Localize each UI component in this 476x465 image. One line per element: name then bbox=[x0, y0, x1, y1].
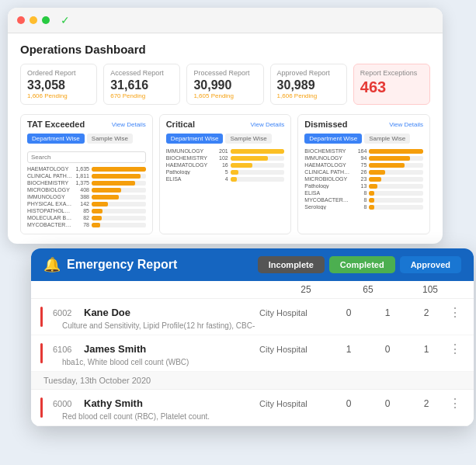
bar-item: Pathology 5 bbox=[166, 169, 285, 175]
tab-completed[interactable]: Completed bbox=[329, 256, 395, 273]
dismissed-panel: Dismissed View Details Department Wise S… bbox=[297, 114, 430, 234]
stat-accessed-value: 31,616 bbox=[110, 78, 173, 92]
count-incomplete: 25 bbox=[275, 284, 337, 295]
count-completed: 65 bbox=[337, 284, 399, 295]
stat-processed-pending: 1,605 Pending bbox=[193, 92, 256, 99]
patient-count-c1-3: 0 bbox=[368, 398, 407, 409]
patient-top-1: 6002 Kane Doe City Hospital 0 1 2 ⋮ bbox=[53, 305, 461, 320]
bar-item: Pathology 13 bbox=[304, 183, 423, 189]
bar-item: BIOCHEMISTRY 102 bbox=[166, 155, 285, 161]
patient-tests-2: hba1c, White blood cell count (WBC) bbox=[62, 358, 461, 366]
bar-item: ELISA 8 bbox=[304, 190, 423, 196]
tat-tabs: Department Wise Sample Wise bbox=[27, 134, 146, 144]
status-tabs: Incomplete Completed Approved bbox=[258, 256, 461, 273]
stat-approved: Approved Report 30,989 1,606 Pending bbox=[270, 64, 347, 105]
patient-hospital-3: City Hospital bbox=[259, 399, 329, 408]
dismissed-tab-dept[interactable]: Department Wise bbox=[304, 134, 362, 144]
stat-approved-label: Approved Report bbox=[277, 69, 340, 77]
title-bar: ✓ bbox=[8, 8, 443, 33]
tab-incomplete[interactable]: Incomplete bbox=[258, 256, 325, 273]
critical-panel: Critical View Details Department Wise Sa… bbox=[159, 114, 292, 234]
more-options-icon-1[interactable]: ⋮ bbox=[449, 305, 461, 320]
patient-hospital-2: City Hospital bbox=[259, 345, 329, 354]
bar-item: MICROBIOLOGY 408 bbox=[27, 187, 146, 193]
patient-row: 6000 Kathy Smith City Hospital 0 0 2 ⋮ R… bbox=[31, 390, 474, 426]
bar-item: ELISA 4 bbox=[166, 176, 285, 182]
checkmark-icon: ✓ bbox=[61, 14, 70, 26]
dismissed-tab-sample[interactable]: Sample Wise bbox=[364, 134, 410, 144]
patient-id-3: 6000 bbox=[53, 399, 84, 408]
stat-processed-label: Processed Report bbox=[193, 69, 256, 77]
stat-processed: Processed Report 30,990 1,605 Pending bbox=[186, 64, 263, 105]
minimize-dot[interactable] bbox=[30, 16, 37, 24]
tat-panel: TAT Exceeded View Details Department Wis… bbox=[20, 114, 153, 234]
stat-accessed-pending: 670 Pending bbox=[110, 92, 173, 99]
critical-tab-dept[interactable]: Department Wise bbox=[166, 134, 224, 144]
bar-item: MYCOBACTERIOL... 8 bbox=[304, 197, 423, 203]
count-row: 25 65 105 bbox=[31, 281, 474, 299]
patient-name-2: James Smith bbox=[84, 343, 259, 355]
patient-top-3: 6000 Kathy Smith City Hospital 0 0 2 ⋮ bbox=[53, 396, 461, 411]
bar-item: CLINICAL PATHOL... 1,811 bbox=[27, 173, 146, 179]
patient-name-1: Kane Doe bbox=[84, 307, 259, 318]
stat-accessed-label: Accessed Report bbox=[110, 69, 173, 77]
stat-ordered-value: 33,058 bbox=[27, 78, 90, 92]
emergency-title-group: 🔔 Emergency Report bbox=[43, 256, 177, 273]
patient-count-c0-2: 1 bbox=[329, 344, 368, 355]
bar-item: MOLECULAR BIOL... 82 bbox=[27, 215, 146, 220]
tab-approved[interactable]: Approved bbox=[400, 256, 461, 273]
emergency-window: 🔔 Emergency Report Incomplete Completed … bbox=[31, 248, 474, 426]
stat-ordered: Ordered Report 33,058 1,606 Pending bbox=[20, 64, 97, 105]
more-options-icon-3[interactable]: ⋮ bbox=[449, 396, 461, 411]
bar-item: CLINICAL PATHOL... 26 bbox=[304, 169, 423, 175]
dismissed-tabs: Department Wise Sample Wise bbox=[304, 134, 423, 144]
dismissed-title: Dismissed bbox=[304, 120, 347, 129]
patient-tests-1: Culture and Sensitivity, Lipid Profile(1… bbox=[62, 321, 461, 330]
bar-item: MYCOBACTERIOL... 78 bbox=[27, 222, 146, 227]
stats-row: Ordered Report 33,058 1,606 Pending Acce… bbox=[20, 64, 430, 105]
tat-tab-sample[interactable]: Sample Wise bbox=[87, 134, 133, 144]
patient-name-3: Kathy Smith bbox=[84, 397, 259, 409]
bar-item: Serology 8 bbox=[304, 204, 423, 210]
critical-tab-sample[interactable]: Sample Wise bbox=[225, 134, 271, 144]
dashboard-title: Operations Dashboard bbox=[20, 43, 430, 56]
stat-processed-value: 30,990 bbox=[193, 78, 256, 92]
bar-item: IMMUNOLOGY 94 bbox=[304, 155, 423, 161]
close-dot[interactable] bbox=[17, 16, 25, 24]
bar-item: MICROBIOLOGY 23 bbox=[304, 176, 423, 182]
stat-exceptions-label: Report Exceptions bbox=[360, 69, 423, 77]
dashboard-content: Operations Dashboard Ordered Report 33,0… bbox=[8, 33, 443, 244]
dismissed-header: Dismissed View Details bbox=[304, 120, 423, 129]
bar-item: HAEMATOLOGY 75 bbox=[304, 162, 423, 168]
critical-header: Critical View Details bbox=[166, 120, 285, 129]
critical-tabs: Department Wise Sample Wise bbox=[166, 134, 285, 144]
patient-top-2: 6106 James Smith City Hospital 1 0 1 ⋮ bbox=[53, 342, 461, 356]
more-options-icon-2[interactable]: ⋮ bbox=[449, 342, 461, 356]
patient-id-1: 6002 bbox=[53, 308, 84, 318]
critical-view-details[interactable]: View Details bbox=[250, 121, 284, 128]
bell-icon: 🔔 bbox=[43, 256, 61, 273]
tat-search[interactable] bbox=[27, 151, 146, 163]
stat-approved-value: 30,989 bbox=[277, 78, 340, 92]
stat-accessed: Accessed Report 31,616 670 Pending bbox=[103, 64, 180, 105]
emergency-header: 🔔 Emergency Report Incomplete Completed … bbox=[31, 248, 474, 281]
critical-title: Critical bbox=[166, 120, 195, 129]
tat-view-details[interactable]: View Details bbox=[112, 121, 146, 128]
patient-row: 6106 James Smith City Hospital 1 0 1 ⋮ h… bbox=[31, 335, 474, 372]
bar-item: PHYSICAL EXAMI... 142 bbox=[27, 201, 146, 206]
maximize-dot[interactable] bbox=[42, 16, 50, 24]
stat-exceptions-value: 463 bbox=[360, 78, 423, 96]
patient-count-c1-1: 1 bbox=[368, 307, 407, 318]
bar-item: HAEMATOLOGY 1,635 bbox=[27, 166, 146, 172]
stat-ordered-pending: 1,606 Pending bbox=[27, 92, 90, 99]
count-approved: 105 bbox=[399, 284, 461, 295]
bar-item: HISTOPATHOLOGY 85 bbox=[27, 208, 146, 213]
patient-count-c2-3: 2 bbox=[407, 398, 446, 409]
dismissed-view-details[interactable]: View Details bbox=[389, 121, 423, 128]
patient-list: 6002 Kane Doe City Hospital 0 1 2 ⋮ Cult… bbox=[31, 299, 474, 426]
patient-count-c0-1: 0 bbox=[329, 307, 368, 318]
patient-count-c0-3: 0 bbox=[329, 398, 368, 409]
tat-tab-dept[interactable]: Department Wise bbox=[27, 134, 85, 144]
bar-item: IMMUNOLOGY 201 bbox=[166, 148, 285, 154]
patient-count-c2-2: 1 bbox=[407, 344, 446, 355]
